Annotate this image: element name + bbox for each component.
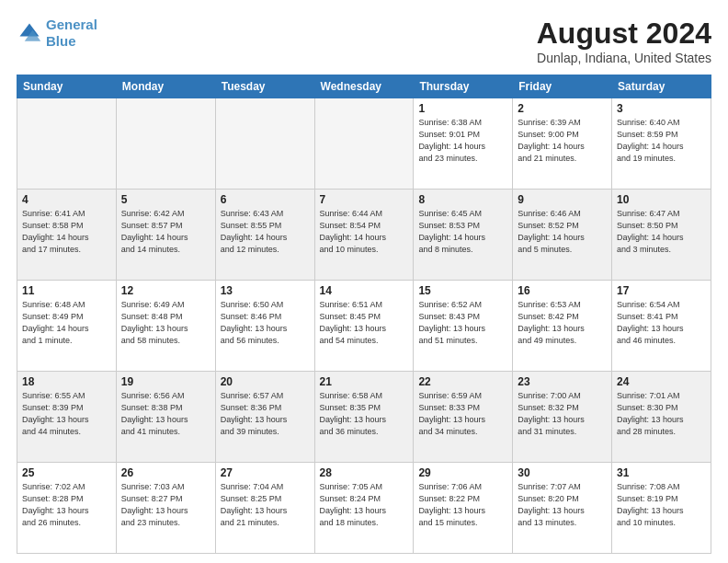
day-number: 18 [22, 375, 111, 388]
calendar-day-cell: 3Sunrise: 6:40 AM Sunset: 8:59 PM Daylig… [612, 98, 711, 190]
subtitle: Dunlap, Indiana, United States [537, 51, 711, 65]
day-info: Sunrise: 6:46 AM Sunset: 8:52 PM Dayligh… [518, 208, 607, 256]
day-number: 15 [418, 284, 507, 297]
calendar-week-row: 25Sunrise: 7:02 AM Sunset: 8:28 PM Dayli… [17, 463, 711, 554]
calendar-header-friday: Friday [513, 75, 612, 98]
day-info: Sunrise: 7:06 AM Sunset: 8:22 PM Dayligh… [418, 481, 507, 529]
day-number: 5 [121, 193, 210, 206]
calendar-day-cell: 21Sunrise: 6:58 AM Sunset: 8:35 PM Dayli… [314, 372, 414, 463]
day-info: Sunrise: 6:38 AM Sunset: 9:01 PM Dayligh… [418, 117, 507, 165]
calendar-day-cell: 10Sunrise: 6:47 AM Sunset: 8:50 PM Dayli… [612, 190, 711, 281]
calendar-header-monday: Monday [116, 75, 215, 98]
day-number: 7 [320, 193, 409, 206]
day-number: 3 [617, 102, 706, 115]
main-title: August 2024 [537, 17, 711, 51]
calendar-day-cell: 20Sunrise: 6:57 AM Sunset: 8:36 PM Dayli… [215, 372, 314, 463]
day-number: 21 [320, 375, 409, 388]
calendar-day-cell: 7Sunrise: 6:44 AM Sunset: 8:54 PM Daylig… [314, 190, 414, 281]
day-number: 28 [320, 466, 409, 479]
day-info: Sunrise: 7:02 AM Sunset: 8:28 PM Dayligh… [22, 481, 111, 529]
calendar-header-wednesday: Wednesday [314, 75, 414, 98]
day-info: Sunrise: 6:57 AM Sunset: 8:36 PM Dayligh… [221, 390, 310, 438]
calendar-header-thursday: Thursday [414, 75, 513, 98]
calendar-day-cell [314, 98, 414, 190]
day-info: Sunrise: 6:51 AM Sunset: 8:45 PM Dayligh… [320, 299, 409, 347]
day-number: 31 [617, 466, 706, 479]
calendar-day-cell: 14Sunrise: 6:51 AM Sunset: 8:45 PM Dayli… [314, 281, 414, 372]
calendar-day-cell: 28Sunrise: 7:05 AM Sunset: 8:24 PM Dayli… [314, 463, 414, 554]
day-number: 10 [617, 193, 706, 206]
calendar-day-cell: 27Sunrise: 7:04 AM Sunset: 8:25 PM Dayli… [215, 463, 314, 554]
day-number: 11 [22, 284, 111, 297]
day-number: 25 [22, 466, 111, 479]
calendar-day-cell: 25Sunrise: 7:02 AM Sunset: 8:28 PM Dayli… [17, 463, 117, 554]
calendar-day-cell: 17Sunrise: 6:54 AM Sunset: 8:41 PM Dayli… [612, 281, 711, 372]
day-info: Sunrise: 6:59 AM Sunset: 8:33 PM Dayligh… [418, 390, 507, 438]
day-info: Sunrise: 6:44 AM Sunset: 8:54 PM Dayligh… [320, 208, 409, 256]
day-info: Sunrise: 6:47 AM Sunset: 8:50 PM Dayligh… [617, 208, 706, 256]
calendar-day-cell: 12Sunrise: 6:49 AM Sunset: 8:48 PM Dayli… [116, 281, 215, 372]
day-number: 1 [418, 102, 507, 115]
day-number: 14 [320, 284, 409, 297]
day-number: 12 [121, 284, 210, 297]
calendar-day-cell: 26Sunrise: 7:03 AM Sunset: 8:27 PM Dayli… [116, 463, 215, 554]
calendar-day-cell: 1Sunrise: 6:38 AM Sunset: 9:01 PM Daylig… [414, 98, 513, 190]
calendar-day-cell: 22Sunrise: 6:59 AM Sunset: 8:33 PM Dayli… [414, 372, 513, 463]
calendar-week-row: 18Sunrise: 6:55 AM Sunset: 8:39 PM Dayli… [17, 372, 711, 463]
day-number: 19 [121, 375, 210, 388]
calendar-day-cell [17, 98, 117, 190]
day-number: 22 [418, 375, 507, 388]
day-info: Sunrise: 6:39 AM Sunset: 9:00 PM Dayligh… [518, 117, 607, 165]
day-info: Sunrise: 6:58 AM Sunset: 8:35 PM Dayligh… [320, 390, 409, 438]
day-info: Sunrise: 6:52 AM Sunset: 8:43 PM Dayligh… [418, 299, 507, 347]
calendar-day-cell: 30Sunrise: 7:07 AM Sunset: 8:20 PM Dayli… [513, 463, 612, 554]
calendar-week-row: 11Sunrise: 6:48 AM Sunset: 8:49 PM Dayli… [17, 281, 711, 372]
calendar-header-row: SundayMondayTuesdayWednesdayThursdayFrid… [17, 75, 711, 98]
calendar-day-cell: 23Sunrise: 7:00 AM Sunset: 8:32 PM Dayli… [513, 372, 612, 463]
day-number: 27 [221, 466, 310, 479]
day-number: 23 [518, 375, 607, 388]
calendar-day-cell [116, 98, 215, 190]
calendar-day-cell: 24Sunrise: 7:01 AM Sunset: 8:30 PM Dayli… [612, 372, 711, 463]
day-number: 30 [518, 466, 607, 479]
calendar-table: SundayMondayTuesdayWednesdayThursdayFrid… [17, 75, 711, 554]
calendar-day-cell: 16Sunrise: 6:53 AM Sunset: 8:42 PM Dayli… [513, 281, 612, 372]
day-info: Sunrise: 7:01 AM Sunset: 8:30 PM Dayligh… [617, 390, 706, 438]
day-number: 6 [221, 193, 310, 206]
day-number: 9 [518, 193, 607, 206]
day-info: Sunrise: 7:07 AM Sunset: 8:20 PM Dayligh… [518, 481, 607, 529]
day-number: 16 [518, 284, 607, 297]
day-number: 29 [418, 466, 507, 479]
day-info: Sunrise: 6:53 AM Sunset: 8:42 PM Dayligh… [518, 299, 607, 347]
day-info: Sunrise: 6:50 AM Sunset: 8:46 PM Dayligh… [221, 299, 310, 347]
day-info: Sunrise: 6:43 AM Sunset: 8:55 PM Dayligh… [221, 208, 310, 256]
day-info: Sunrise: 6:45 AM Sunset: 8:53 PM Dayligh… [418, 208, 507, 256]
day-number: 13 [221, 284, 310, 297]
day-number: 26 [121, 466, 210, 479]
day-info: Sunrise: 7:00 AM Sunset: 8:32 PM Dayligh… [518, 390, 607, 438]
calendar-header-tuesday: Tuesday [215, 75, 314, 98]
day-info: Sunrise: 7:08 AM Sunset: 8:19 PM Dayligh… [617, 481, 706, 529]
calendar-day-cell: 31Sunrise: 7:08 AM Sunset: 8:19 PM Dayli… [612, 463, 711, 554]
calendar-day-cell: 11Sunrise: 6:48 AM Sunset: 8:49 PM Dayli… [17, 281, 117, 372]
header: General Blue August 2024 Dunlap, Indiana… [17, 17, 711, 65]
day-number: 2 [518, 102, 607, 115]
day-info: Sunrise: 6:54 AM Sunset: 8:41 PM Dayligh… [617, 299, 706, 347]
day-info: Sunrise: 7:05 AM Sunset: 8:24 PM Dayligh… [320, 481, 409, 529]
day-info: Sunrise: 6:56 AM Sunset: 8:38 PM Dayligh… [121, 390, 210, 438]
calendar-day-cell: 6Sunrise: 6:43 AM Sunset: 8:55 PM Daylig… [215, 190, 314, 281]
day-number: 17 [617, 284, 706, 297]
calendar-day-cell: 4Sunrise: 6:41 AM Sunset: 8:58 PM Daylig… [17, 190, 117, 281]
calendar-day-cell: 5Sunrise: 6:42 AM Sunset: 8:57 PM Daylig… [116, 190, 215, 281]
day-info: Sunrise: 6:49 AM Sunset: 8:48 PM Dayligh… [121, 299, 210, 347]
day-info: Sunrise: 6:41 AM Sunset: 8:58 PM Dayligh… [22, 208, 111, 256]
day-info: Sunrise: 6:48 AM Sunset: 8:49 PM Dayligh… [22, 299, 111, 347]
day-info: Sunrise: 6:40 AM Sunset: 8:59 PM Dayligh… [617, 117, 706, 165]
calendar-day-cell: 29Sunrise: 7:06 AM Sunset: 8:22 PM Dayli… [414, 463, 513, 554]
day-number: 24 [617, 375, 706, 388]
calendar-week-row: 1Sunrise: 6:38 AM Sunset: 9:01 PM Daylig… [17, 98, 711, 190]
calendar-day-cell: 2Sunrise: 6:39 AM Sunset: 9:00 PM Daylig… [513, 98, 612, 190]
calendar-day-cell: 18Sunrise: 6:55 AM Sunset: 8:39 PM Dayli… [17, 372, 117, 463]
calendar-day-cell: 15Sunrise: 6:52 AM Sunset: 8:43 PM Dayli… [414, 281, 513, 372]
calendar-day-cell [215, 98, 314, 190]
